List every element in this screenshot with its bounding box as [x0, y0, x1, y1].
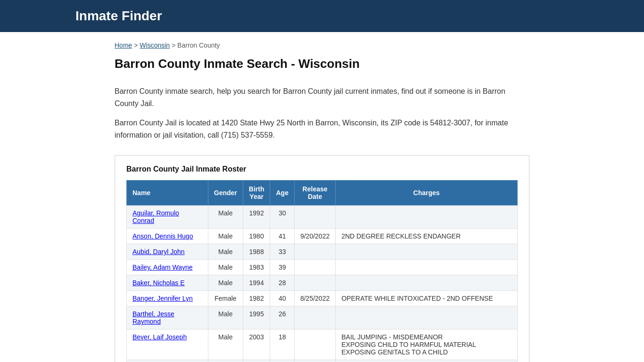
inmate-release-date-cell: 8/25/2022	[294, 291, 335, 306]
inmate-release-date-cell	[294, 206, 335, 229]
inmate-name-link[interactable]: Banger, Jennifer Lyn	[132, 295, 193, 302]
inmate-birth-year-cell: 1995	[243, 306, 270, 329]
inmate-birth-year-cell: 1961	[243, 360, 270, 362]
inmate-birth-year-cell: 1980	[243, 229, 270, 244]
table-row: Barthel, Jesse RaymondMale199526	[127, 306, 518, 329]
table-row: Anson, Dennis HugoMale1980419/20/20222ND…	[127, 229, 518, 244]
inmate-name-cell: Banger, Jennifer Lyn	[127, 291, 208, 306]
breadcrumb-separator-2: >	[172, 41, 177, 49]
inmate-charges-cell	[336, 260, 518, 275]
breadcrumb-state-link[interactable]: Wisconsin	[140, 41, 170, 49]
description-paragraph-1: Barron County inmate search, help you se…	[115, 85, 529, 109]
inmate-charges-cell	[336, 275, 518, 291]
inmate-name-cell: Barthel, Jesse Raymond	[127, 306, 208, 329]
inmate-release-date-cell	[294, 260, 335, 275]
col-header-birth-year: BirthYear	[243, 181, 270, 206]
col-header-name: Name	[127, 181, 208, 206]
inmate-name-cell: Bailey, Adam Wayne	[127, 260, 208, 275]
inmate-table-body: Aguilar, Romulo ConradMale199230Anson, D…	[127, 206, 518, 362]
inmate-age-cell: 33	[270, 244, 294, 260]
inmate-name-link[interactable]: Bailey, Adam Wayne	[132, 263, 193, 271]
inmate-name-link[interactable]: Aubid, Daryl John	[132, 248, 185, 255]
inmate-name-link[interactable]: Barthel, Jesse Raymond	[132, 310, 174, 325]
inmate-name-cell: Anson, Dennis Hugo	[127, 229, 208, 244]
inmate-gender-cell: Male	[208, 275, 243, 291]
col-header-release-date: ReleaseDate	[294, 181, 335, 206]
page-title: Barron County Inmate Search - Wisconsin	[115, 57, 529, 71]
inmate-name-link[interactable]: Baker, Nicholas E	[132, 279, 185, 287]
inmate-release-date-cell	[294, 275, 335, 291]
inmate-release-date-cell	[294, 306, 335, 329]
table-row: Aguilar, Romulo ConradMale199230	[127, 206, 518, 229]
inmate-gender-cell: Male	[208, 329, 243, 360]
inmate-age-cell: 40	[270, 291, 294, 306]
inmate-age-cell: 28	[270, 275, 294, 291]
inmate-age-cell: 26	[270, 306, 294, 329]
inmate-gender-cell: Male	[208, 260, 243, 275]
inmate-name-link[interactable]: Bever, Laif Joseph	[132, 333, 187, 341]
inmate-name-cell: Baker, Nicholas E	[127, 275, 208, 291]
inmate-charges-cell: 2ND DEGREE RECKLESS ENDANGER	[336, 229, 518, 244]
inmate-birth-year-cell: 1992	[243, 206, 270, 229]
breadcrumb-home-link[interactable]: Home	[115, 41, 132, 49]
inmate-birth-year-cell: 1982	[243, 291, 270, 306]
description-paragraph-2: Barron County Jail is located at 1420 St…	[115, 117, 529, 141]
inmate-name-link[interactable]: Anson, Dennis Hugo	[132, 232, 193, 240]
main-content: Home > Wisconsin > Barron County Barron …	[39, 32, 605, 362]
inmate-charges-cell: OPERATE WHILE INTOXICATED - 2ND OFFENSE	[336, 291, 518, 306]
table-row: Bailey, Adam WayneMale198339	[127, 260, 518, 275]
inmate-charges-cell: OPERATE WHILE INTOXICATED - 5TH OR 6TH O…	[336, 360, 518, 362]
inmate-table: Name Gender BirthYear Age ReleaseDate Ch…	[126, 180, 518, 362]
breadcrumb-county: Barron County	[177, 41, 220, 49]
breadcrumb-separator-1: >	[134, 41, 140, 49]
roster-container: Barron County Jail Inmate Roster Name Ge…	[115, 155, 529, 362]
inmate-charges-cell	[336, 306, 518, 329]
table-row: Baker, Nicholas EMale199428	[127, 275, 518, 291]
inmate-gender-cell: Female	[208, 291, 243, 306]
inmate-gender-cell: Male	[208, 229, 243, 244]
table-row: Bever, Laif JosephMale200318BAIL JUMPING…	[127, 329, 518, 360]
inmate-age-cell: 60	[270, 360, 294, 362]
breadcrumb: Home > Wisconsin > Barron County	[115, 41, 529, 49]
inmate-age-cell: 41	[270, 229, 294, 244]
inmate-birth-year-cell: 1983	[243, 260, 270, 275]
inmate-age-cell: 39	[270, 260, 294, 275]
inmate-release-date-cell	[294, 244, 335, 260]
inmate-charges-cell: BAIL JUMPING - MISDEMEANOREXPOSING CHILD…	[336, 329, 518, 360]
inmate-age-cell: 18	[270, 329, 294, 360]
table-row: Bisonette, Laurel DuaneMale196160OPERATE…	[127, 360, 518, 362]
inmate-gender-cell: Male	[208, 206, 243, 229]
inmate-charges-cell	[336, 244, 518, 260]
inmate-birth-year-cell: 2003	[243, 329, 270, 360]
inmate-birth-year-cell: 1988	[243, 244, 270, 260]
inmate-release-date-cell: 9/20/2022	[294, 229, 335, 244]
inmate-name-cell: Aubid, Daryl John	[127, 244, 208, 260]
col-header-gender: Gender	[208, 181, 243, 206]
col-header-charges: Charges	[336, 181, 518, 206]
table-row: Aubid, Daryl JohnMale198833	[127, 244, 518, 260]
inmate-name-cell: Bever, Laif Joseph	[127, 329, 208, 360]
site-header: Inmate Finder	[0, 0, 644, 32]
site-title: Inmate Finder	[75, 8, 625, 24]
inmate-charges-cell	[336, 206, 518, 229]
table-row: Banger, Jennifer LynFemale1982408/25/202…	[127, 291, 518, 306]
inmate-gender-cell: Male	[208, 360, 243, 362]
inmate-gender-cell: Male	[208, 244, 243, 260]
inmate-release-date-cell	[294, 329, 335, 360]
table-header-row: Name Gender BirthYear Age ReleaseDate Ch…	[127, 181, 518, 206]
inmate-age-cell: 30	[270, 206, 294, 229]
inmate-gender-cell: Male	[208, 306, 243, 329]
inmate-name-cell: Aguilar, Romulo Conrad	[127, 206, 208, 229]
inmate-name-cell: Bisonette, Laurel Duane	[127, 360, 208, 362]
inmate-release-date-cell	[294, 360, 335, 362]
inmate-birth-year-cell: 1994	[243, 275, 270, 291]
col-header-age: Age	[270, 181, 294, 206]
inmate-name-link[interactable]: Aguilar, Romulo Conrad	[132, 209, 179, 224]
roster-title: Barron County Jail Inmate Roster	[126, 165, 518, 173]
